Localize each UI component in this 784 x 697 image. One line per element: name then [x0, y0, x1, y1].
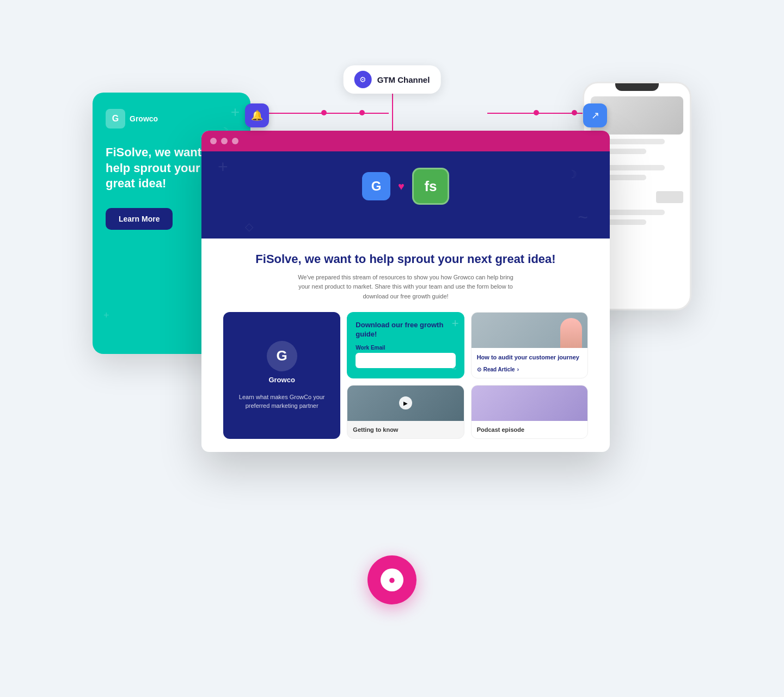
heart-icon: ♥ — [398, 180, 405, 193]
line-top — [392, 93, 393, 136]
dot-left-2 — [359, 110, 365, 115]
deco-plus-2: + — [103, 310, 109, 321]
main-subtitle: We've prepared this stream of resources … — [297, 273, 514, 302]
hero-deco-1: + — [218, 157, 228, 177]
phone-btn-placeholder — [656, 191, 683, 203]
card-video-body: Getting to know — [347, 421, 463, 438]
card-blue-logo: G — [267, 341, 297, 371]
hero-logo-fisolve: fs — [412, 168, 449, 205]
hero-logo-growco: G — [362, 172, 390, 200]
right-badge-icon: ↗ — [583, 103, 607, 127]
dot-left-1 — [321, 110, 327, 115]
card-podcast: Podcast episode — [471, 385, 588, 439]
left-card-logo-row: G Growco — [106, 109, 237, 129]
read-article-link[interactable]: ⊙ Read Article › — [477, 366, 582, 372]
cards-grid: G Growco Learn what makes GrowCo your pr… — [223, 312, 588, 438]
traffic-light-1 — [210, 138, 217, 144]
browser-titlebar — [201, 131, 610, 151]
card-article: How to audit your customer journey ⊙ Rea… — [471, 312, 588, 378]
card-video-title: Getting to know — [353, 426, 458, 433]
line-left — [269, 113, 389, 114]
hero-section: + ☽ ◇ ~ G ♥ fs — [201, 151, 610, 239]
card-article-image — [471, 313, 587, 348]
article-person-image — [560, 318, 582, 348]
card-teal-title: Download our free growth guide! — [356, 321, 455, 339]
left-card-brand: Growco — [130, 114, 158, 123]
gtm-label: GTM Channel — [377, 75, 430, 84]
browser-content: FiSolve, we want to help sprout your nex… — [201, 239, 610, 452]
card-podcast-title: Podcast episode — [477, 426, 582, 433]
play-button[interactable]: ▶ — [399, 396, 412, 409]
hero-logos: G ♥ fs — [362, 168, 449, 205]
chevron-right-icon: › — [517, 366, 519, 372]
card-video-thumbnail: ▶ — [347, 386, 463, 421]
card-teal-input-label: Work Email — [356, 345, 455, 351]
browser-window: + ☽ ◇ ~ G ♥ fs FiSolve, we want to help … — [201, 131, 610, 452]
gtm-icon: ⚙ — [354, 71, 372, 88]
card-article-title: How to audit your customer journey — [477, 353, 582, 362]
dot-right-1 — [534, 110, 539, 115]
traffic-light-3 — [232, 138, 238, 144]
deco-plus-1: + — [231, 103, 240, 121]
teal-deco-plus: + — [452, 316, 459, 331]
hero-deco-3: ~ — [578, 207, 588, 228]
growco-fab[interactable]: ● — [367, 555, 416, 604]
hero-deco-2: ◇ — [245, 220, 253, 233]
traffic-light-2 — [221, 138, 228, 144]
left-badge-icon: 🔔 — [245, 103, 269, 127]
main-title: FiSolve, we want to help sprout your nex… — [223, 252, 588, 267]
card-video: ▶ Getting to know — [347, 385, 464, 439]
hero-deco-moon: ☽ — [567, 168, 577, 181]
work-email-input[interactable] — [356, 353, 455, 368]
card-podcast-body: Podcast episode — [471, 421, 587, 438]
card-podcast-image — [471, 386, 587, 421]
gtm-channel-pill: ⚙ GTM Channel — [344, 65, 441, 94]
teal-deco-squiggle: ~ — [451, 364, 456, 374]
learn-more-button[interactable]: Learn More — [106, 208, 173, 230]
read-article-icon: ⊙ — [477, 366, 481, 372]
phone-notch — [615, 83, 659, 91]
card-article-body: How to audit your customer journey ⊙ Rea… — [471, 348, 587, 377]
card-download-guide: + ~ Download our free growth guide! Work… — [347, 312, 464, 378]
growco-fab-icon: ● — [381, 568, 403, 591]
growco-logo-small: G — [106, 109, 125, 129]
card-growco-info: G Growco Learn what makes GrowCo your pr… — [223, 312, 340, 438]
dot-right-2 — [572, 110, 577, 115]
card-blue-description: Learn what makes GrowCo your preferred m… — [234, 393, 329, 411]
card-blue-brand: Growco — [268, 376, 295, 384]
